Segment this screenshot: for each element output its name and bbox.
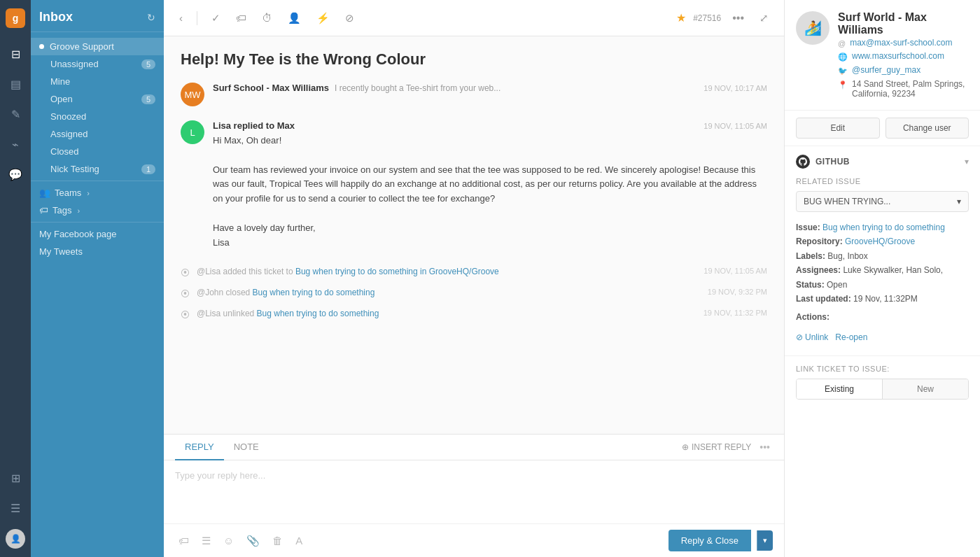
contact-avatar: 🏄 (796, 11, 830, 45)
reply-more-button[interactable]: ••• (757, 437, 773, 457)
reply-delete-btn[interactable]: 🗑 (269, 533, 286, 549)
issue-dropdown[interactable]: BUG WHEN TRYING... ▾ (796, 191, 969, 212)
tab-reply[interactable]: REPLY (175, 435, 224, 460)
sidebar-item-open[interactable]: Open 5 (31, 90, 164, 108)
website-icon: 🌐 (838, 52, 848, 62)
github-header[interactable]: GITHUB ▾ (785, 146, 980, 177)
star-button[interactable]: ★ (676, 11, 686, 24)
activity-time-1: 19 NOV, 11:05 AM (704, 267, 767, 275)
active-dot (39, 44, 44, 49)
activity-item-3: ⦿ @Lisa unlinked Bug when trying to do s… (181, 306, 767, 323)
reply-close-dropdown[interactable]: ▾ (757, 530, 773, 551)
nav-icon-chat[interactable]: 💬 (6, 165, 25, 184)
repository-label-text: Repository: (796, 237, 843, 246)
filter-button[interactable]: ⚡ (312, 9, 334, 27)
teams-icon: 👥 (39, 188, 50, 198)
nav-icon-compose[interactable]: ✎ (8, 105, 23, 124)
repo-link[interactable]: GrooveHQ/Groove (845, 237, 915, 246)
activity-link-3[interactable]: Bug when trying to do something (257, 309, 379, 318)
issue-link[interactable]: Bug when trying to do something (822, 223, 945, 232)
nav-icon-inbox[interactable]: ▤ (8, 75, 24, 94)
contact-actions: Edit Change user (785, 111, 980, 146)
insert-reply-button[interactable]: ⊕ INSERT REPLY (676, 438, 757, 456)
issue-details: Issue: Bug when trying to do something R… (796, 220, 969, 344)
snooze-button[interactable]: ⏱ (258, 9, 276, 27)
link-tab-new[interactable]: New (883, 379, 968, 399)
actions-label-text: Actions: (796, 312, 830, 322)
expand-button[interactable]: ⤢ (755, 9, 773, 27)
contact-website[interactable]: www.maxsurfschool.com (852, 51, 944, 61)
reply-toolbar: 🏷 ☰ ☺ 📎 🗑 A Reply & Close ▾ (164, 523, 784, 557)
status-value: Open (827, 280, 847, 290)
sidebar-item-snoozed[interactable]: Snoozed (31, 108, 164, 125)
contact-email[interactable]: max@max-surf-school.com (850, 38, 952, 48)
nav-icon-grid[interactable]: ⊞ (8, 469, 23, 488)
contact-header: 🏄 Surf World - Max Williams @ max@max-su… (785, 0, 980, 111)
activity-link-2[interactable]: Bug when trying to do something (253, 288, 375, 297)
sidebar-item-groove-support[interactable]: Groove Support (31, 38, 164, 55)
tags-icon: 🏷 (39, 205, 48, 216)
sidebar-tweets-label: My Tweets (39, 246, 83, 257)
tag-button[interactable]: 🏷 (232, 9, 251, 27)
sidebar-item-teams[interactable]: 👥 Teams › (31, 184, 164, 202)
reply-attach-btn[interactable]: 📎 (243, 533, 263, 549)
labels-row: Labels: Bug, Inbox (796, 249, 969, 263)
sidebar-item-mine[interactable]: Mine (31, 73, 164, 90)
contact-address-item: 📍 14 Sand Street, Palm Springs, Californ… (838, 79, 969, 99)
message-body-1: Surf School - Max Williams I recently bo… (213, 83, 767, 106)
labels-label-text: Labels: (796, 251, 825, 261)
issue-dropdown-text: BUG WHEN TRYING... (804, 197, 890, 206)
message-sender-1: Surf School - Max Williams (213, 83, 329, 93)
nav-icon-list[interactable]: ☰ (8, 499, 23, 518)
back-button[interactable]: ‹ (175, 9, 187, 27)
more-options-button[interactable]: ••• (728, 9, 748, 27)
sidebar-item-unassigned[interactable]: Unassigned 5 (31, 55, 164, 73)
reply-emoji-btn[interactable]: ☺ (220, 533, 237, 549)
edit-contact-button[interactable]: Edit (796, 118, 880, 139)
sidebar-item-nick-testing[interactable]: Nick Testing 1 (31, 160, 164, 178)
sidebar-item-tweets[interactable]: My Tweets (31, 243, 164, 260)
conversation-area: Help! My Tee is the Wrong Colour MW Surf… (164, 36, 784, 434)
tab-note[interactable]: NOTE (224, 435, 269, 460)
mark-done-button[interactable]: ✓ (207, 9, 225, 27)
reply-template-btn[interactable]: ☰ (198, 533, 214, 549)
twitter-icon: 🐦 (838, 66, 848, 76)
github-section-title: GITHUB (816, 157, 959, 167)
issue-actions: ⊘ Unlink Re-open (796, 330, 969, 344)
sidebar-closed-label: Closed (50, 146, 78, 157)
github-chevron-icon[interactable]: ▾ (965, 157, 969, 167)
contact-twitter[interactable]: @surfer_guy_max (852, 65, 920, 75)
issue-label-text: Issue: (796, 223, 820, 232)
app-logo[interactable]: g (6, 8, 25, 28)
reopen-button[interactable]: Re-open (835, 330, 867, 344)
nav-icon-activity[interactable]: ⌁ (9, 135, 22, 154)
activity-text-1: @Lisa added this ticket to Bug when tryi… (197, 267, 696, 276)
user-avatar[interactable]: 👤 (6, 529, 25, 549)
activity-link-1[interactable]: Bug when trying to do something in Groov… (295, 267, 499, 276)
message-text-2: Hi Max, Oh dear! Our team has reviewed y… (213, 134, 767, 250)
last-updated-row: Last updated: 19 Nov, 11:32PM (796, 292, 969, 306)
nav-icon-home[interactable]: ⊟ (8, 45, 23, 64)
link-tab-existing[interactable]: Existing (797, 379, 883, 399)
change-user-button[interactable]: Change user (886, 118, 969, 139)
reply-close-button[interactable]: Reply & Close (668, 530, 751, 551)
insert-reply-icon: ⊕ (682, 442, 689, 452)
insert-reply-label: INSERT REPLY (692, 442, 751, 452)
sidebar-item-assigned[interactable]: Assigned (31, 125, 164, 143)
assign-button[interactable]: 👤 (284, 9, 305, 27)
sidebar-item-facebook[interactable]: My Facebook page (31, 225, 164, 243)
last-updated-label-text: Last updated: (796, 294, 851, 304)
contact-info: @ max@max-surf-school.com 🌐 www.maxsurfs… (838, 38, 969, 99)
unlink-button[interactable]: ⊘ Unlink (796, 330, 828, 344)
reply-tag-btn[interactable]: 🏷 (175, 533, 192, 549)
sidebar-open-badge: 5 (141, 94, 155, 104)
reply-format-btn[interactable]: A (292, 533, 306, 549)
sidebar-item-tags[interactable]: 🏷 Tags › (31, 202, 164, 219)
sidebar-refresh-btn[interactable]: ↻ (147, 12, 155, 23)
issue-row: Issue: Bug when trying to do something (796, 220, 969, 234)
contact-info-container: Surf World - Max Williams @ max@max-surf… (838, 11, 969, 99)
reply-input-area[interactable]: Type your reply here... (164, 460, 784, 523)
block-button[interactable]: ⊘ (341, 9, 358, 27)
link-ticket-label: LINK TICKET TO ISSUE: (796, 365, 969, 373)
sidebar-item-closed[interactable]: Closed (31, 143, 164, 160)
